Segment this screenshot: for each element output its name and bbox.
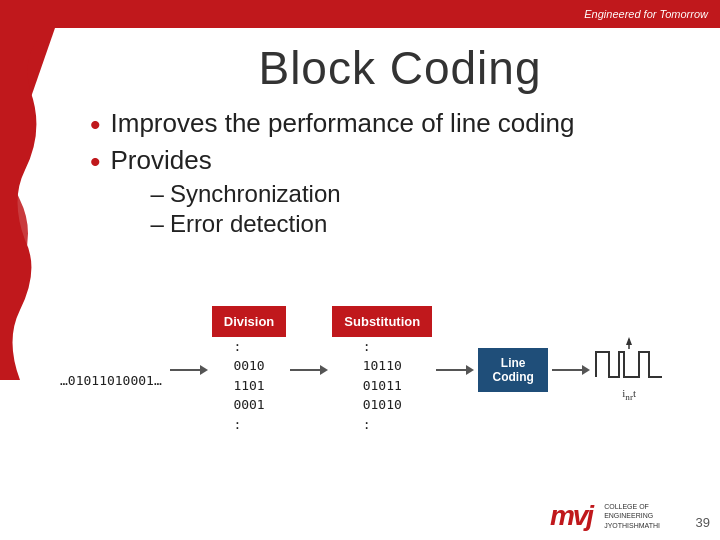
division-data: : 0010 1101 0001 :	[233, 337, 264, 435]
bullet-item-2: • Provides – Synchronization – Error det…	[90, 145, 700, 240]
arrow-line-4	[552, 369, 582, 371]
arrow-to-lc	[436, 365, 474, 375]
left-ribbon	[0, 0, 70, 540]
arrow-head-2	[320, 365, 328, 375]
div-d4: :	[233, 415, 241, 435]
sub-d3: 01010	[363, 395, 402, 415]
page-title: Block Coding	[258, 41, 541, 95]
arrow-to-signal	[552, 365, 590, 375]
bullet-text-2: Provides	[111, 145, 212, 175]
bullet-item-1: • Improves the performance of line codin…	[90, 108, 700, 141]
bullet-text-1: Improves the performance of line coding	[111, 108, 575, 139]
division-box: Division	[212, 306, 287, 337]
div-d0: :	[233, 337, 241, 357]
signal-waveform	[594, 337, 664, 387]
diagram-flow: …01011010001… Division : 0010 1101 0001 …	[60, 306, 700, 435]
sub-dash-1: –	[151, 180, 164, 208]
bullet-dot-2: •	[90, 145, 101, 178]
bullet-dot-1: •	[90, 108, 101, 141]
arrow-head-4	[582, 365, 590, 375]
logo-taglines: COLLEGE OF ENGINEERING JYOTHISHMATHI	[604, 502, 660, 529]
sub-d1: 10110	[363, 356, 402, 376]
logo-line1: COLLEGE OF	[604, 502, 660, 511]
arrow-head-1	[200, 365, 208, 375]
div-d3: 0001	[233, 395, 264, 415]
sub-list: – Synchronization – Error detection	[151, 180, 341, 238]
arrow-to-sub	[290, 365, 328, 375]
sub-text-sync: Synchronization	[170, 180, 341, 208]
line-coding-box: Line Coding	[478, 348, 548, 392]
sub-dash-2: –	[151, 210, 164, 238]
diagram-area: …01011010001… Division : 0010 1101 0001 …	[60, 290, 700, 450]
logo-line3: JYOTHISHMATHI	[604, 521, 660, 530]
sub-d4: :	[363, 415, 371, 435]
arrow-line-1	[170, 369, 200, 371]
substitution-box: Substitution	[332, 306, 432, 337]
logo-line2: ENGINEERING	[604, 511, 660, 520]
title-area: Block Coding	[80, 28, 720, 108]
page-number: 39	[696, 515, 710, 530]
sub-d0: :	[363, 337, 371, 357]
sub-item-sync: – Synchronization	[151, 180, 341, 208]
arrow-to-division	[170, 365, 208, 375]
mvj-logo-text: mvj	[550, 500, 592, 532]
signal-label: inrt	[622, 387, 636, 402]
input-label: …01011010001…	[60, 373, 162, 388]
div-d1: 0010	[233, 356, 264, 376]
bullet-list: • Improves the performance of line codin…	[90, 108, 700, 240]
arrow-head-3	[466, 365, 474, 375]
sub-text-error: Error detection	[170, 210, 327, 238]
arrow-line-2	[290, 369, 320, 371]
top-bar: Engineered for Tomorrow	[0, 0, 720, 28]
substitution-data: : 10110 01011 01010 :	[363, 337, 402, 435]
bottom-logo: mvj COLLEGE OF ENGINEERING JYOTHISHMATHI	[550, 500, 660, 532]
sub-item-error: – Error detection	[151, 210, 341, 238]
div-d2: 1101	[233, 376, 264, 396]
arrow-line-3	[436, 369, 466, 371]
sub-d2: 01011	[363, 376, 402, 396]
tagline: Engineered for Tomorrow	[584, 8, 708, 20]
